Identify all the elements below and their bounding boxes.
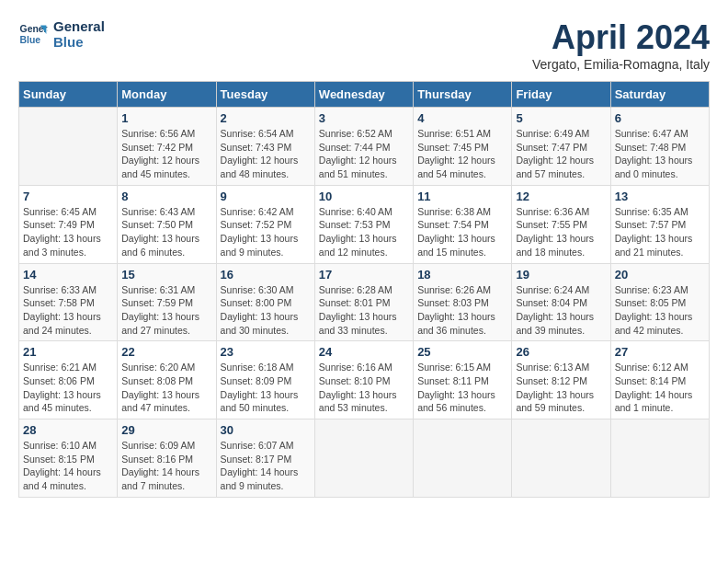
location-subtitle: Vergato, Emilia-Romagna, Italy <box>532 57 710 72</box>
calendar-cell <box>414 419 512 498</box>
day-info: Sunrise: 6:54 AM Sunset: 7:43 PM Dayligh… <box>221 127 311 181</box>
day-info: Sunrise: 6:51 AM Sunset: 7:45 PM Dayligh… <box>417 127 507 181</box>
day-info: Sunrise: 6:26 AM Sunset: 8:03 PM Dayligh… <box>417 283 507 338</box>
day-info: Sunrise: 6:35 AM Sunset: 7:57 PM Dayligh… <box>615 205 705 259</box>
day-number: 10 <box>319 190 409 203</box>
week-row-1: 1Sunrise: 6:56 AM Sunset: 7:42 PM Daylig… <box>19 108 710 186</box>
day-number: 15 <box>121 268 211 282</box>
day-info: Sunrise: 6:15 AM Sunset: 8:11 PM Dayligh… <box>417 361 507 415</box>
day-number: 25 <box>417 345 507 359</box>
calendar-cell <box>19 108 118 186</box>
week-row-5: 28Sunrise: 6:10 AM Sunset: 8:15 PM Dayli… <box>19 419 710 498</box>
calendar-cell: 21Sunrise: 6:21 AM Sunset: 8:06 PM Dayli… <box>19 341 118 419</box>
day-number: 6 <box>615 111 705 125</box>
day-info: Sunrise: 6:47 AM Sunset: 7:48 PM Dayligh… <box>615 127 705 181</box>
day-number: 18 <box>417 268 507 282</box>
page-header: General Blue General Blue April 2024 Ver… <box>18 18 710 72</box>
title-block: April 2024 Vergato, Emilia-Romagna, Ital… <box>532 18 710 72</box>
day-info: Sunrise: 6:43 AM Sunset: 7:50 PM Dayligh… <box>121 205 211 259</box>
day-info: Sunrise: 6:31 AM Sunset: 7:59 PM Dayligh… <box>121 283 211 338</box>
calendar-cell: 4Sunrise: 6:51 AM Sunset: 7:45 PM Daylig… <box>414 108 512 186</box>
day-number: 2 <box>221 111 311 125</box>
day-info: Sunrise: 6:49 AM Sunset: 7:47 PM Dayligh… <box>516 127 606 181</box>
day-info: Sunrise: 6:45 AM Sunset: 7:49 PM Dayligh… <box>23 205 113 259</box>
day-number: 24 <box>319 345 409 359</box>
calendar-cell: 27Sunrise: 6:12 AM Sunset: 8:14 PM Dayli… <box>610 341 709 419</box>
calendar-table: SundayMondayTuesdayWednesdayThursdayFrid… <box>18 81 710 498</box>
logo: General Blue General Blue <box>18 18 105 50</box>
day-info: Sunrise: 6:18 AM Sunset: 8:09 PM Dayligh… <box>221 361 311 415</box>
day-info: Sunrise: 6:52 AM Sunset: 7:44 PM Dayligh… <box>319 127 409 181</box>
day-info: Sunrise: 6:23 AM Sunset: 8:05 PM Dayligh… <box>615 283 705 338</box>
weekday-header-thursday: Thursday <box>414 82 512 108</box>
weekday-header-monday: Monday <box>118 82 216 108</box>
day-info: Sunrise: 6:07 AM Sunset: 8:17 PM Dayligh… <box>221 439 311 493</box>
day-number: 5 <box>516 111 606 125</box>
week-row-4: 21Sunrise: 6:21 AM Sunset: 8:06 PM Dayli… <box>19 341 710 419</box>
day-info: Sunrise: 6:16 AM Sunset: 8:10 PM Dayligh… <box>319 361 409 415</box>
calendar-cell: 1Sunrise: 6:56 AM Sunset: 7:42 PM Daylig… <box>118 108 216 186</box>
logo-line2: Blue <box>53 34 105 50</box>
calendar-cell: 18Sunrise: 6:26 AM Sunset: 8:03 PM Dayli… <box>414 263 512 341</box>
calendar-cell: 26Sunrise: 6:13 AM Sunset: 8:12 PM Dayli… <box>512 341 610 419</box>
calendar-cell: 10Sunrise: 6:40 AM Sunset: 7:53 PM Dayli… <box>314 185 413 263</box>
day-info: Sunrise: 6:12 AM Sunset: 8:14 PM Dayligh… <box>615 361 705 415</box>
logo-line1: General <box>53 18 105 34</box>
day-number: 22 <box>121 345 211 359</box>
calendar-cell: 22Sunrise: 6:20 AM Sunset: 8:08 PM Dayli… <box>118 341 216 419</box>
day-number: 9 <box>221 190 311 203</box>
weekday-header-tuesday: Tuesday <box>216 82 314 108</box>
svg-text:Blue: Blue <box>20 35 41 45</box>
day-number: 3 <box>319 111 409 125</box>
calendar-cell: 7Sunrise: 6:45 AM Sunset: 7:49 PM Daylig… <box>19 185 118 263</box>
calendar-cell: 24Sunrise: 6:16 AM Sunset: 8:10 PM Dayli… <box>314 341 413 419</box>
day-info: Sunrise: 6:10 AM Sunset: 8:15 PM Dayligh… <box>23 439 113 493</box>
day-number: 4 <box>417 111 507 125</box>
day-number: 28 <box>23 423 113 437</box>
week-row-2: 7Sunrise: 6:45 AM Sunset: 7:49 PM Daylig… <box>19 185 710 263</box>
day-number: 20 <box>615 268 705 282</box>
calendar-cell: 28Sunrise: 6:10 AM Sunset: 8:15 PM Dayli… <box>19 419 118 498</box>
month-title: April 2024 <box>532 18 710 57</box>
weekday-header-wednesday: Wednesday <box>314 82 413 108</box>
day-number: 19 <box>516 268 606 282</box>
day-number: 8 <box>121 190 211 203</box>
week-row-3: 14Sunrise: 6:33 AM Sunset: 7:58 PM Dayli… <box>19 263 710 341</box>
calendar-cell: 5Sunrise: 6:49 AM Sunset: 7:47 PM Daylig… <box>512 108 610 186</box>
calendar-cell: 6Sunrise: 6:47 AM Sunset: 7:48 PM Daylig… <box>610 108 709 186</box>
day-info: Sunrise: 6:21 AM Sunset: 8:06 PM Dayligh… <box>23 361 113 415</box>
day-info: Sunrise: 6:42 AM Sunset: 7:52 PM Dayligh… <box>221 205 311 259</box>
weekday-header-row: SundayMondayTuesdayWednesdayThursdayFrid… <box>19 82 710 108</box>
calendar-cell: 11Sunrise: 6:38 AM Sunset: 7:54 PM Dayli… <box>414 185 512 263</box>
calendar-cell: 20Sunrise: 6:23 AM Sunset: 8:05 PM Dayli… <box>610 263 709 341</box>
calendar-cell: 30Sunrise: 6:07 AM Sunset: 8:17 PM Dayli… <box>216 419 314 498</box>
day-number: 27 <box>615 345 705 359</box>
day-info: Sunrise: 6:24 AM Sunset: 8:04 PM Dayligh… <box>516 283 606 338</box>
calendar-cell: 12Sunrise: 6:36 AM Sunset: 7:55 PM Dayli… <box>512 185 610 263</box>
day-number: 11 <box>417 190 507 203</box>
calendar-cell <box>610 419 709 498</box>
day-number: 12 <box>516 190 606 203</box>
day-number: 21 <box>23 345 113 359</box>
day-number: 17 <box>319 268 409 282</box>
day-number: 14 <box>23 268 113 282</box>
day-info: Sunrise: 6:56 AM Sunset: 7:42 PM Dayligh… <box>121 127 211 181</box>
calendar-cell: 3Sunrise: 6:52 AM Sunset: 7:44 PM Daylig… <box>314 108 413 186</box>
calendar-cell: 23Sunrise: 6:18 AM Sunset: 8:09 PM Dayli… <box>216 341 314 419</box>
calendar-cell: 16Sunrise: 6:30 AM Sunset: 8:00 PM Dayli… <box>216 263 314 341</box>
calendar-cell: 13Sunrise: 6:35 AM Sunset: 7:57 PM Dayli… <box>610 185 709 263</box>
calendar-cell: 8Sunrise: 6:43 AM Sunset: 7:50 PM Daylig… <box>118 185 216 263</box>
day-info: Sunrise: 6:20 AM Sunset: 8:08 PM Dayligh… <box>121 361 211 415</box>
day-info: Sunrise: 6:09 AM Sunset: 8:16 PM Dayligh… <box>121 439 211 493</box>
day-number: 13 <box>615 190 705 203</box>
day-info: Sunrise: 6:13 AM Sunset: 8:12 PM Dayligh… <box>516 361 606 415</box>
day-info: Sunrise: 6:38 AM Sunset: 7:54 PM Dayligh… <box>417 205 507 259</box>
calendar-cell: 29Sunrise: 6:09 AM Sunset: 8:16 PM Dayli… <box>118 419 216 498</box>
calendar-cell: 9Sunrise: 6:42 AM Sunset: 7:52 PM Daylig… <box>216 185 314 263</box>
day-info: Sunrise: 6:33 AM Sunset: 7:58 PM Dayligh… <box>23 283 113 338</box>
logo-icon: General Blue <box>18 19 48 49</box>
day-info: Sunrise: 6:28 AM Sunset: 8:01 PM Dayligh… <box>319 283 409 338</box>
weekday-header-friday: Friday <box>512 82 610 108</box>
weekday-header-saturday: Saturday <box>610 82 709 108</box>
day-info: Sunrise: 6:30 AM Sunset: 8:00 PM Dayligh… <box>221 283 311 338</box>
